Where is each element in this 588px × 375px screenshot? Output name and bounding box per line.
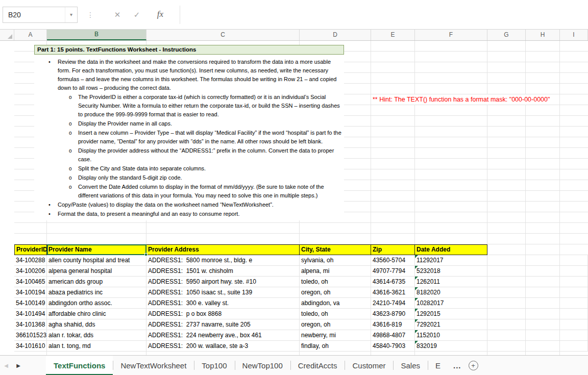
cell-city_state[interactable]: toledo, oh (300, 277, 371, 287)
name-box-dropdown-icon[interactable]: ▾ (65, 7, 77, 22)
cell-empty[interactable] (526, 287, 560, 298)
cell-empty[interactable] (487, 330, 526, 341)
cell-provider_id[interactable]: 34-100194 (14, 287, 47, 298)
sheet-tab-sales[interactable]: Sales (393, 356, 428, 375)
sheet-tab-customer[interactable]: Customer (345, 356, 393, 375)
cell-city_state[interactable]: alpena, mi (300, 266, 371, 277)
cell-empty[interactable] (526, 319, 560, 330)
cell-empty[interactable] (560, 266, 588, 277)
cell-city_state[interactable]: toledo, oh (300, 309, 371, 319)
header-cell[interactable]: City, State (300, 244, 371, 255)
cell-empty[interactable] (526, 266, 560, 277)
cell-address[interactable]: ADDRESS1: 224 newberry ave., box 461 (146, 330, 300, 341)
cell-date[interactable]: 10282017 (415, 298, 487, 309)
cell-empty[interactable] (560, 330, 588, 341)
cell-empty[interactable] (487, 298, 526, 309)
sheet-tab-top100[interactable]: Top100 (194, 356, 234, 375)
cell-name[interactable]: allen county hospital and treat (47, 255, 146, 266)
worksheet-grid[interactable]: Part 1: 15 points. TextFunctions Workshe… (0, 41, 588, 355)
cell-address[interactable]: ADDRESS1: 300 e. valley st. (146, 298, 300, 309)
cell-provider_id[interactable]: 34-101494 (14, 309, 47, 319)
cell-city_state[interactable]: oregon, oh (300, 319, 371, 330)
cell-empty[interactable] (487, 255, 526, 266)
cell-date[interactable]: 11292017 (415, 255, 487, 266)
instructions-textbox[interactable]: Part 1: 15 points. TextFunctions Workshe… (34, 45, 344, 220)
cell-empty[interactable] (526, 309, 560, 319)
cell-date[interactable]: 1262011 (415, 277, 487, 287)
cell-zip[interactable]: 43560-5704 (371, 255, 415, 266)
cell-city_state[interactable]: newberry, mi (300, 330, 371, 341)
cell-address[interactable]: ADDRESS1: 1501 w. chisholm (146, 266, 300, 277)
cell-address[interactable]: ADDRESS1: p o box 8868 (146, 309, 300, 319)
cell-empty[interactable] (560, 319, 588, 330)
column-header-B[interactable]: B (47, 30, 146, 40)
column-header-C[interactable]: C (146, 30, 300, 40)
cell-provider_id[interactable]: 366101523 (14, 330, 47, 341)
cell-provider_id[interactable]: 34-100206 (14, 266, 47, 277)
header-cell[interactable]: ProviderID (14, 244, 47, 255)
column-header-I[interactable]: I (560, 30, 588, 40)
cell-empty[interactable] (526, 341, 560, 352)
column-header-F[interactable]: F (415, 30, 487, 40)
cell-name[interactable]: abaza pediatrics inc (47, 287, 146, 298)
cell-empty[interactable] (560, 255, 588, 266)
column-header-D[interactable]: D (300, 30, 371, 40)
cell-city_state[interactable]: findlay, oh (300, 341, 371, 352)
name-box[interactable]: B20 ▾ (3, 7, 78, 23)
cell-date[interactable]: 1292015 (415, 309, 487, 319)
more-sheets-indicator[interactable]: ... (448, 356, 467, 375)
cell-empty[interactable] (526, 255, 560, 266)
cell-name[interactable]: alpena general hospital (47, 266, 146, 277)
cell-address[interactable]: ADDRESS1: 5950 airport hwy. ste. #10 (146, 277, 300, 287)
header-cell[interactable]: Date Added (415, 244, 487, 255)
cell-empty[interactable] (487, 309, 526, 319)
column-header-G[interactable]: G (487, 30, 526, 40)
fill-handle[interactable] (144, 253, 148, 256)
cell-provider_id[interactable]: 34-101610 (14, 341, 47, 352)
cell-address[interactable]: ADDRESS1: 2737 navarre, suite 205 (146, 319, 300, 330)
cell-empty[interactable] (526, 330, 560, 341)
column-header-E[interactable]: E (371, 30, 415, 40)
cell-zip[interactable]: 43616-3621 (371, 287, 415, 298)
tab-scroll-left-icon[interactable]: ◀ (0, 356, 12, 375)
sheet-tab-newtextworksheet[interactable]: NewTextWorksheet (113, 356, 194, 375)
cell-empty[interactable] (560, 341, 588, 352)
cell-provider_id[interactable]: 34-100288 (14, 255, 47, 266)
sheet-tab-creditaccts[interactable]: CreditAccts (290, 356, 345, 375)
cell-provider_id[interactable]: 54-100149 (14, 298, 47, 309)
cell-zip[interactable]: 49707-7794 (371, 266, 415, 277)
insert-function-icon[interactable]: fx (150, 0, 171, 30)
cell-city_state[interactable]: oregon, oh (300, 287, 371, 298)
cell-address[interactable]: ADDRESS1: 5800 monroe st., bldg. e (146, 255, 300, 266)
cell-provider_id[interactable]: 34-100465 (14, 277, 47, 287)
enter-icon[interactable]: ✓ (128, 0, 146, 30)
cell-date[interactable]: 832019 (415, 341, 487, 352)
cell-name[interactable]: abdingdon ortho assoc. (47, 298, 146, 309)
cell-empty[interactable] (487, 341, 526, 352)
cell-empty[interactable] (487, 277, 526, 287)
sheet-tab-textfunctions[interactable]: TextFunctions (46, 356, 113, 375)
header-cell[interactable]: Provider Address (146, 244, 300, 255)
cell-address[interactable]: ADDRESS1: 1050 isaac st., suite 139 (146, 287, 300, 298)
cell-city_state[interactable]: sylvania, oh (300, 255, 371, 266)
cell-empty[interactable] (487, 319, 526, 330)
cell-name[interactable]: alan r. tokar, dds (47, 330, 146, 341)
sheet-tab-e[interactable]: E (428, 356, 448, 375)
cell-empty[interactable] (560, 277, 588, 287)
cell-name[interactable]: american dds group (47, 277, 146, 287)
cell-zip[interactable]: 43616-819 (371, 319, 415, 330)
cell-empty[interactable] (560, 298, 588, 309)
column-header-H[interactable]: H (526, 30, 560, 40)
tab-scroll-right-icon[interactable]: ▶ (12, 356, 24, 375)
cell-city_state[interactable]: abdingdon, va (300, 298, 371, 309)
cell-empty[interactable] (560, 287, 588, 298)
cell-date[interactable]: 7292021 (415, 319, 487, 330)
cell-date[interactable]: 8182020 (415, 287, 487, 298)
cell-date[interactable]: 5232018 (415, 266, 487, 277)
header-cell[interactable]: Zip (371, 244, 415, 255)
cell-zip[interactable]: 43623-8790 (371, 309, 415, 319)
cell-zip[interactable]: 49868-4807 (371, 330, 415, 341)
cell-empty[interactable] (526, 277, 560, 287)
cell-empty[interactable] (526, 298, 560, 309)
cell-zip[interactable]: 45840-7903 (371, 341, 415, 352)
